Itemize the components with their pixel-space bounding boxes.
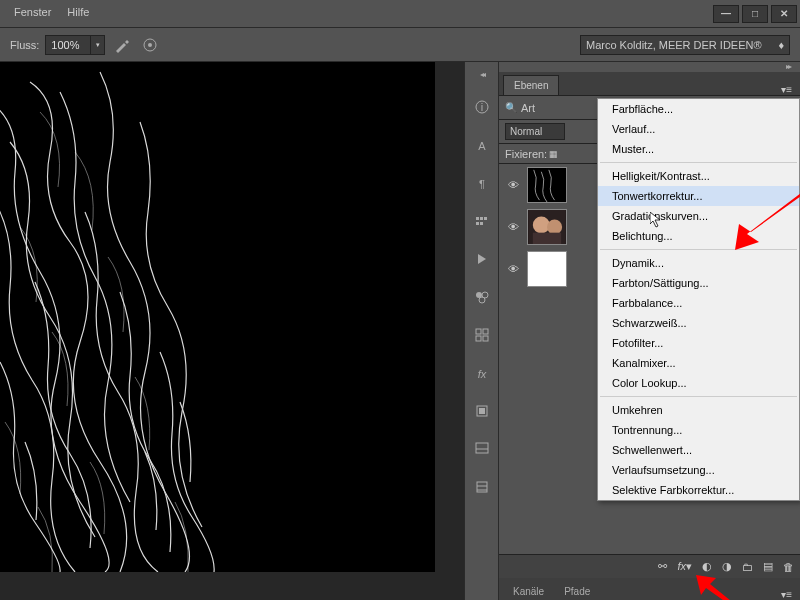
menu-item[interactable]: Schwellenwert... <box>598 440 799 460</box>
minimize-button[interactable]: — <box>713 5 739 23</box>
visibility-icon[interactable]: 👁 <box>499 221 527 233</box>
menu-item[interactable]: Fotofilter... <box>598 333 799 353</box>
menu-item[interactable]: Verlaufsumsetzung... <box>598 460 799 480</box>
svg-rect-21 <box>479 408 485 414</box>
svg-rect-17 <box>476 336 481 341</box>
menu-item[interactable]: Helligkeit/Kontrast... <box>598 166 799 186</box>
delete-layer-icon[interactable]: 🗑 <box>783 561 794 573</box>
annotation-arrow <box>735 190 800 252</box>
misc-panel-icon[interactable] <box>470 475 494 499</box>
grid-panel-icon[interactable] <box>470 323 494 347</box>
collapsed-panels: ◂◂ i A ¶ fx <box>464 62 498 600</box>
svg-rect-15 <box>476 329 481 334</box>
adjustment-layer-icon[interactable]: ◑ <box>722 560 732 573</box>
svg-text:i: i <box>480 101 482 113</box>
layers-bottom-bar: ⚯ fx▾ ◐ ◑ 🗀 ▤ 🗑 <box>499 554 800 578</box>
menu-separator <box>600 162 797 163</box>
actions-panel-icon[interactable] <box>470 247 494 271</box>
svg-rect-10 <box>476 222 479 225</box>
workspace-selector[interactable]: Marco Kolditz, MEER DER IDEEN®♦ <box>580 35 790 55</box>
menu-item[interactable]: Farbton/Sättigung... <box>598 273 799 293</box>
fluss-dropdown[interactable]: ▾ <box>91 35 105 55</box>
expand-icon[interactable]: ◂◂ <box>480 70 484 79</box>
svg-rect-11 <box>480 222 483 225</box>
menu-item[interactable]: Color Lookup... <box>598 373 799 393</box>
svg-point-30 <box>547 219 562 234</box>
menu-item[interactable]: Schwarzweiß... <box>598 313 799 333</box>
svg-rect-22 <box>476 443 488 453</box>
link-layers-icon[interactable]: ⚯ <box>658 560 667 573</box>
menu-item[interactable]: Muster... <box>598 139 799 159</box>
svg-text:fx: fx <box>477 368 486 380</box>
brush-panel-icon[interactable] <box>470 209 494 233</box>
svg-text:A: A <box>478 140 486 152</box>
lock-label: Fixieren: <box>505 148 547 160</box>
menu-item[interactable]: Dynamik... <box>598 253 799 273</box>
svg-rect-7 <box>476 217 479 220</box>
svg-rect-31 <box>533 233 561 244</box>
svg-rect-8 <box>480 217 483 220</box>
paragraph-panel-icon[interactable]: ¶ <box>470 171 494 195</box>
layer-thumbnail[interactable] <box>527 209 567 245</box>
svg-rect-27 <box>528 168 566 202</box>
panel-menu-icon[interactable]: ▾≡ <box>773 589 800 600</box>
menu-item[interactable]: Umkehren <box>598 400 799 420</box>
fluss-label: Fluss: <box>10 39 39 51</box>
channels-tabrow: Kanäle Pfade ▾≡ <box>499 578 800 600</box>
panel-menu-icon[interactable]: ▾≡ <box>773 84 800 95</box>
layers-tabrow: Ebenen ▾≡ <box>499 72 800 96</box>
maximize-button[interactable]: □ <box>742 5 768 23</box>
collapse-icon[interactable]: ▸▸ <box>499 62 800 72</box>
tab-kanaele[interactable]: Kanäle <box>503 583 554 600</box>
svg-rect-18 <box>483 336 488 341</box>
menu-separator <box>600 396 797 397</box>
close-button[interactable]: ✕ <box>771 5 797 23</box>
new-layer-icon[interactable]: ▤ <box>763 560 773 573</box>
options-bar: Fluss: 100% ▾ Marco Kolditz, MEER DER ID… <box>0 28 800 62</box>
visibility-icon[interactable]: 👁 <box>499 263 527 275</box>
paint-panel-icon[interactable] <box>470 437 494 461</box>
svg-rect-16 <box>483 329 488 334</box>
layer-effects-icon[interactable]: fx▾ <box>677 560 692 573</box>
info-panel-icon[interactable]: i <box>470 95 494 119</box>
svg-point-1 <box>148 43 152 47</box>
adjustment-layer-menu: Farbfläche... Verlauf... Muster... Helli… <box>597 98 800 501</box>
svg-rect-9 <box>484 217 487 220</box>
filter-type-label[interactable]: Art <box>521 102 535 114</box>
menu-item[interactable]: Tontrennung... <box>598 420 799 440</box>
search-icon: 🔍 <box>505 102 517 113</box>
tab-ebenen[interactable]: Ebenen <box>503 75 559 95</box>
tab-pfade[interactable]: Pfade <box>554 583 600 600</box>
menu-item[interactable]: Selektive Farbkorrektur... <box>598 480 799 500</box>
svg-point-14 <box>479 297 485 303</box>
pressure-icon[interactable] <box>139 34 161 56</box>
layer-mask-icon[interactable]: ◐ <box>702 560 712 573</box>
menu-item[interactable]: Verlauf... <box>598 119 799 139</box>
presets-panel-icon[interactable] <box>470 399 494 423</box>
character-panel-icon[interactable]: A <box>470 133 494 157</box>
canvas[interactable] <box>0 62 464 600</box>
titlebar: Fenster Hilfe — □ ✕ <box>0 0 800 28</box>
layer-thumbnail[interactable] <box>527 251 567 287</box>
visibility-icon[interactable]: 👁 <box>499 179 527 191</box>
airbrush-icon[interactable] <box>111 34 133 56</box>
menu-item[interactable]: Kanalmixer... <box>598 353 799 373</box>
styles-panel-icon[interactable]: fx <box>470 361 494 385</box>
layer-thumbnail[interactable] <box>527 167 567 203</box>
canvas-image <box>0 62 435 572</box>
annotation-arrow <box>696 575 736 600</box>
fluss-input[interactable]: 100% <box>45 35 91 55</box>
svg-rect-2 <box>0 62 435 572</box>
lock-pixels-icon[interactable]: ▦ <box>549 149 561 159</box>
blend-mode-select[interactable]: Normal <box>505 123 565 140</box>
swatches-panel-icon[interactable] <box>470 285 494 309</box>
menu-item[interactable]: Farbbalance... <box>598 293 799 313</box>
menu-item[interactable]: Farbfläche... <box>598 99 799 119</box>
group-icon[interactable]: 🗀 <box>742 561 753 573</box>
svg-text:¶: ¶ <box>479 178 485 190</box>
